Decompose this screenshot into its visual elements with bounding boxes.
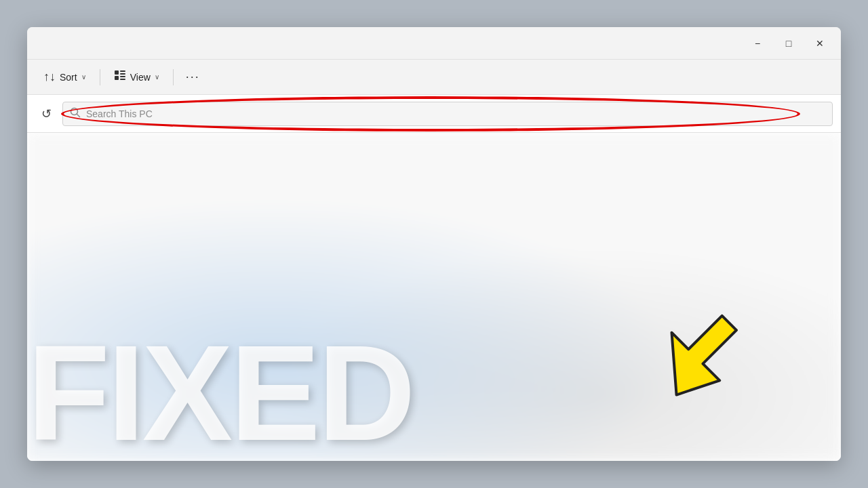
svg-line-7 bbox=[77, 114, 80, 117]
fixed-overlay-text: FIXED bbox=[27, 325, 413, 461]
file-explorer-window: − □ ✕ ↑↓ Sort ∨ View bbox=[27, 27, 841, 461]
content-area: FIXED bbox=[27, 133, 841, 461]
toolbar-separator-1 bbox=[100, 69, 100, 85]
close-button[interactable]: ✕ bbox=[804, 33, 835, 54]
svg-rect-4 bbox=[120, 76, 125, 77]
svg-rect-2 bbox=[120, 73, 125, 75]
sort-label: Sort bbox=[60, 72, 77, 83]
toolbar: ↑↓ Sort ∨ View ∨ ··· bbox=[27, 60, 841, 95]
view-chevron-icon: ∨ bbox=[155, 73, 159, 81]
svg-rect-1 bbox=[120, 70, 125, 72]
minimize-button[interactable]: − bbox=[742, 33, 773, 54]
title-bar: − □ ✕ bbox=[27, 27, 841, 60]
refresh-icon: ↺ bbox=[41, 106, 52, 121]
search-placeholder-text: Search This PC bbox=[86, 108, 153, 119]
view-label: View bbox=[130, 72, 151, 83]
refresh-button[interactable]: ↺ bbox=[35, 103, 57, 125]
view-button[interactable]: View ∨ bbox=[106, 65, 167, 89]
window-controls: − □ ✕ bbox=[742, 33, 835, 54]
maximize-button[interactable]: □ bbox=[773, 33, 804, 54]
svg-rect-5 bbox=[120, 79, 125, 80]
sort-button[interactable]: ↑↓ Sort ∨ bbox=[35, 65, 94, 89]
search-box[interactable]: Search This PC bbox=[62, 102, 833, 126]
sort-icon: ↑↓ bbox=[43, 70, 56, 84]
view-icon bbox=[114, 70, 126, 85]
sort-chevron-icon: ∨ bbox=[81, 73, 86, 81]
svg-rect-3 bbox=[115, 76, 119, 80]
more-options-button[interactable]: ··· bbox=[179, 65, 207, 89]
search-icon bbox=[70, 107, 81, 121]
toolbar-separator-2 bbox=[173, 69, 174, 85]
svg-rect-0 bbox=[115, 70, 119, 75]
address-bar-area: ↺ Search This PC bbox=[27, 95, 841, 133]
